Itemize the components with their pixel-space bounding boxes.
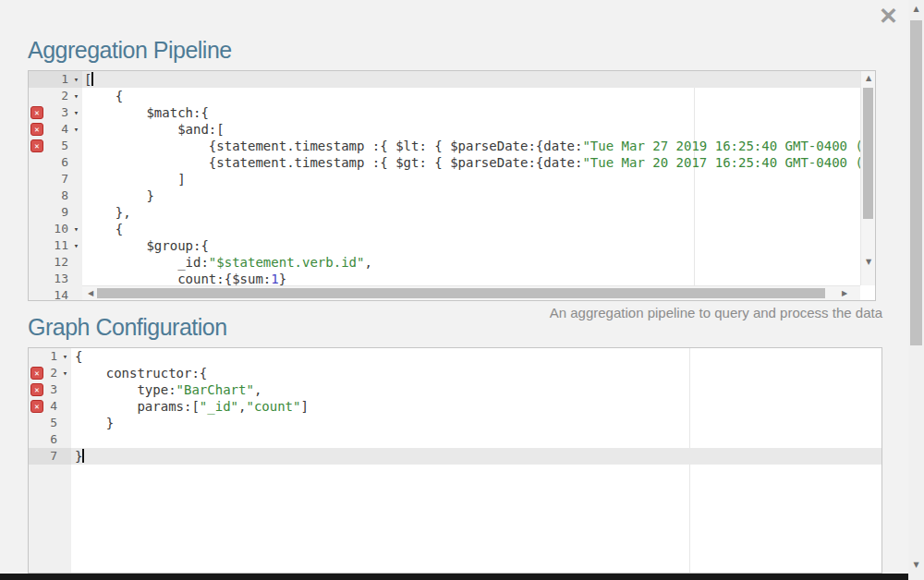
- aggregation-pipeline-editor[interactable]: 1▾2▾✕3▾✕4▾✕5678910▾11▾121314 [ { $match:…: [28, 70, 876, 301]
- code-token: {: [84, 222, 123, 236]
- string-token: "$statement.verb.id": [209, 255, 365, 270]
- line-number: 8: [29, 187, 70, 204]
- line-number: 7: [29, 171, 70, 187]
- pipeline-section-title: Aggregation Pipeline: [28, 37, 232, 64]
- scroll-down-icon[interactable]: ▼: [908, 558, 924, 573]
- line-number: 1: [29, 348, 59, 365]
- line-number: 6: [29, 431, 59, 448]
- fold-arrow-icon[interactable]: ▾: [70, 237, 82, 254]
- page-scrollbar-thumb[interactable]: [910, 20, 922, 345]
- code-line[interactable]: {statement.timestamp :{ $gt: { $parseDat…: [82, 154, 860, 171]
- gutter-cell: 7: [29, 171, 82, 187]
- gutter-cell: 1▾: [29, 71, 82, 88]
- fold-arrow-icon[interactable]: ▾: [59, 365, 71, 381]
- fold-arrow-icon[interactable]: ▾: [70, 88, 82, 104]
- gutter-cell: 14: [29, 287, 82, 301]
- code-line[interactable]: $and:[: [82, 121, 860, 138]
- line-number: 1: [29, 71, 70, 88]
- code-line[interactable]: $group:{: [82, 237, 860, 254]
- graph-section-title: Graph Configuration: [28, 314, 227, 341]
- gutter-cell: 9: [29, 204, 82, 221]
- line-number: 2: [29, 88, 70, 104]
- error-marker-icon[interactable]: ✕: [30, 106, 43, 119]
- fold-arrow-icon[interactable]: ▾: [59, 348, 71, 365]
- pipeline-editor-horizontal-scrollbar[interactable]: ◀ ▶: [82, 285, 860, 300]
- code-line[interactable]: {statement.timestamp :{ $lt: { $parseDat…: [82, 138, 860, 154]
- code-token: $match:{: [84, 105, 209, 120]
- code-line[interactable]: }: [71, 415, 881, 431]
- scroll-down-icon[interactable]: ▼: [861, 255, 876, 270]
- code-token: {statement.timestamp :{ $lt: { $parseDat…: [84, 139, 582, 153]
- graph-editor-code-area[interactable]: { constructor:{ type:"BarChart", params:…: [71, 348, 881, 573]
- vertical-scrollbar-thumb[interactable]: [863, 88, 873, 219]
- code-line[interactable]: {: [82, 88, 860, 104]
- gutter-cell: 2▾: [29, 88, 82, 104]
- string-token: "_id": [200, 399, 238, 414]
- code-line[interactable]: [71, 431, 881, 448]
- graph-editor-gutter: 1▾✕2▾✕3✕4567: [29, 348, 71, 573]
- line-number: 13: [29, 271, 70, 287]
- error-marker-icon[interactable]: ✕: [30, 123, 43, 136]
- pipeline-caption: An aggregation pipeline to query and pro…: [550, 305, 882, 320]
- line-number: 11: [29, 237, 70, 254]
- text-cursor: [82, 449, 84, 463]
- gutter-cell: 13: [29, 271, 82, 287]
- code-line[interactable]: {: [82, 221, 860, 237]
- gutter-cell: 5: [29, 415, 71, 431]
- code-line[interactable]: constructor:{: [71, 365, 881, 381]
- fold-arrow-icon[interactable]: ▾: [70, 104, 82, 121]
- code-token: },: [84, 205, 131, 220]
- error-marker-icon[interactable]: ✕: [30, 139, 43, 152]
- scroll-up-icon[interactable]: ▲: [861, 71, 876, 86]
- horizontal-scrollbar-thumb[interactable]: [97, 288, 825, 298]
- code-line[interactable]: {: [71, 348, 881, 365]
- gutter-cell: 10▾: [29, 221, 82, 237]
- line-number: 5: [29, 415, 59, 431]
- code-token: ]: [84, 172, 186, 187]
- code-line[interactable]: },: [82, 204, 860, 221]
- graph-configuration-editor[interactable]: 1▾✕2▾✕3✕4567 { constructor:{ type:"BarCh…: [28, 347, 882, 574]
- gutter-cell: 8: [29, 187, 82, 204]
- gutter-cell: 6: [29, 154, 82, 171]
- code-line[interactable]: $match:{: [82, 104, 860, 121]
- code-token: params:[: [75, 399, 200, 414]
- string-token: "Tue Mar 20 2017 16:25:40 GMT-0400 (Ea: [582, 155, 860, 170]
- error-marker-icon[interactable]: ✕: [30, 400, 43, 413]
- code-line[interactable]: params:["_id","count"]: [71, 398, 881, 415]
- code-line[interactable]: }: [82, 187, 860, 204]
- gutter-cell: 6: [29, 431, 71, 448]
- error-marker-icon[interactable]: ✕: [30, 383, 43, 396]
- code-token: ,: [254, 382, 261, 397]
- error-marker-icon[interactable]: ✕: [30, 367, 43, 380]
- scroll-up-icon[interactable]: ▲: [908, 2, 924, 17]
- fold-arrow-icon[interactable]: ▾: [70, 121, 82, 138]
- scroll-right-icon[interactable]: ▶: [838, 286, 851, 301]
- line-number: 6: [29, 154, 70, 171]
- code-line[interactable]: type:"BarChart",: [71, 381, 881, 398]
- code-token: [: [84, 72, 91, 87]
- code-line[interactable]: ]: [82, 171, 860, 187]
- code-line[interactable]: [: [82, 71, 860, 88]
- code-token: type:: [75, 382, 176, 397]
- text-cursor: [91, 72, 93, 86]
- scroll-left-icon[interactable]: ◀: [84, 286, 97, 301]
- gutter-cell: ✕4: [29, 398, 71, 415]
- string-token: "Tue Mar 27 2019 16:25:40 GMT-0400 (Ea: [582, 139, 860, 153]
- gutter-cell: ✕3: [29, 381, 71, 398]
- string-token: "count": [246, 399, 300, 414]
- line-number: 9: [29, 204, 70, 221]
- code-token: }: [84, 188, 154, 203]
- page-vertical-scrollbar[interactable]: ▲ ▼: [908, 0, 924, 580]
- code-token: $group:{: [84, 238, 209, 253]
- code-line[interactable]: _id:"$statement.verb.id",: [82, 254, 860, 271]
- gutter-cell: ✕3▾: [29, 104, 82, 121]
- string-token: "BarChart": [176, 382, 254, 397]
- close-icon[interactable]: ✕: [879, 2, 898, 30]
- fold-arrow-icon[interactable]: ▾: [70, 221, 82, 237]
- pipeline-editor-vertical-scrollbar[interactable]: ▲ ▼: [860, 71, 875, 285]
- bottom-edge-bar: [0, 574, 908, 580]
- line-number: 12: [29, 254, 70, 271]
- pipeline-editor-code-area[interactable]: [ { $match:{ $and:[ {statement.timestamp…: [82, 71, 860, 300]
- fold-arrow-icon[interactable]: ▾: [70, 71, 82, 88]
- code-line[interactable]: }: [71, 448, 881, 465]
